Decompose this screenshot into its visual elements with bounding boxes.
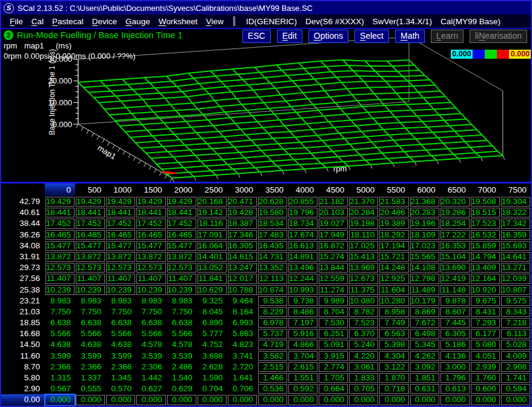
cell-r11-c2[interactable]: 6.638 [105,317,136,328]
cell-r16-c1[interactable]: 1.337 [75,372,105,383]
row-header-25.38[interactable]: 25.38 [1,285,45,296]
cell-r17-c10[interactable]: 0.705 [348,383,379,394]
cell-r17-c9[interactable]: 0.664 [318,383,348,394]
cell-r10-c14[interactable]: 8.431 [470,306,500,317]
cell-r1-c12[interactable]: 20.283 [410,207,440,218]
cell-r12-c2[interactable]: 5.566 [105,328,136,339]
cell-r5-c0[interactable]: 13.872 [45,251,75,262]
cell-r12-c4[interactable]: 5.566 [167,328,197,339]
cell-r18-c11[interactable]: 0.000 [379,394,409,405]
cell-r0-c11[interactable]: 21.583 [379,196,409,207]
cell-r4-c15[interactable]: 15.693 [500,240,531,251]
cell-r11-c4[interactable]: 6.638 [167,317,197,328]
cell-r8-c10[interactable]: 11.375 [348,285,379,296]
cell-r9-c3[interactable]: 8.983 [136,296,166,306]
cell-r15-c3[interactable]: 2.306 [136,362,166,372]
cell-r15-c12[interactable]: 3.092 [410,362,440,372]
cell-r11-c5[interactable]: 6.890 [197,317,227,328]
cell-r7-c9[interactable]: 12.559 [318,273,348,284]
menu-cal[interactable]: Cal [32,17,44,26]
cell-r17-c14[interactable]: 0.600 [470,383,500,394]
cell-r5-c9[interactable]: 15.274 [318,251,348,262]
cell-r8-c6[interactable]: 10.788 [227,285,258,296]
cell-r4-c8[interactable]: 16.613 [288,240,318,251]
col-header-6500[interactable]: 6500 [440,184,470,196]
cell-r1-c1[interactable]: 18.441 [75,207,105,218]
cell-r17-c0[interactable]: 0.567 [45,383,75,394]
cell-r11-c7[interactable]: 6.978 [258,317,288,328]
cell-r12-c3[interactable]: 5.566 [136,328,166,339]
cell-r10-c13[interactable]: 8.607 [440,306,470,317]
row-header-42.79[interactable]: 42.79 [1,196,45,207]
cell-r0-c12[interactable]: 21.368 [410,196,440,207]
cell-r18-c9[interactable]: 0.000 [318,394,348,405]
cell-r12-c10[interactable]: 6.370 [348,328,379,339]
cell-r5-c6[interactable]: 14.615 [227,251,258,262]
row-header-18.85[interactable]: 18.85 [1,317,45,328]
cell-r0-c8[interactable]: 20.855 [288,196,318,207]
row-header-21.03[interactable]: 21.03 [1,306,45,317]
cell-r12-c1[interactable]: 5.566 [75,328,105,339]
cell-r15-c0[interactable]: 2.366 [45,362,75,372]
cell-r2-c14[interactable]: 17.523 [470,218,500,229]
cell-r5-c10[interactable]: 15.413 [348,251,379,262]
cell-r2-c3[interactable]: 17.452 [136,218,166,229]
cell-r3-c0[interactable]: 16.465 [45,230,75,240]
cell-r13-c1[interactable]: 4.638 [75,339,105,350]
col-header-500[interactable]: 500 [75,184,105,196]
cell-r2-c13[interactable]: 18.254 [440,218,470,229]
cell-r14-c4[interactable]: 3.539 [167,351,197,362]
row-header-31.91[interactable]: 31.91 [1,251,45,262]
cell-r3-c6[interactable]: 17.346 [227,230,258,240]
cell-r12-c5[interactable]: 5.777 [197,328,227,339]
cell-r8-c4[interactable]: 10.239 [167,285,197,296]
menu-gauge[interactable]: Gauge [125,17,150,26]
cell-r11-c6[interactable]: 6.993 [227,317,258,328]
cell-r5-c11[interactable]: 15.721 [379,251,409,262]
cell-r1-c5[interactable]: 19.142 [197,207,227,218]
cell-r4-c3[interactable]: 15.477 [136,240,166,251]
cell-r1-c9[interactable]: 20.103 [318,207,348,218]
cell-r17-c6[interactable]: 0.706 [227,383,258,394]
cell-r3-c2[interactable]: 16.465 [105,230,136,240]
cell-r7-c6[interactable]: 12.017 [227,273,258,284]
cell-r15-c9[interactable]: 2.774 [318,362,348,372]
cell-r3-c4[interactable]: 16.465 [167,230,197,240]
cell-r12-c7[interactable]: 5.737 [258,328,288,339]
cell-r10-c1[interactable]: 7.750 [75,306,105,317]
cell-r15-c10[interactable]: 3.061 [348,362,379,372]
cell-r9-c6[interactable]: 9.464 [227,296,258,306]
cell-r11-c3[interactable]: 6.638 [136,317,166,328]
col-header-3000[interactable]: 3000 [227,184,258,196]
cell-r11-c0[interactable]: 6.638 [45,317,75,328]
cell-r0-c15[interactable]: 19.304 [500,196,531,207]
row-header-8.70[interactable]: 8.70 [1,362,45,372]
cell-r4-c2[interactable]: 15.477 [105,240,136,251]
cell-r18-c10[interactable]: 0.000 [348,394,379,405]
cell-r10-c12[interactable]: 8.869 [410,306,440,317]
cell-r16-c7[interactable]: 1.466 [258,372,288,383]
cell-r10-c8[interactable]: 8.486 [288,306,318,317]
cell-r16-c4[interactable]: 1.540 [167,372,197,383]
menu-device[interactable]: Device [92,17,117,26]
button-select[interactable]: Select [354,30,389,43]
cell-r11-c15[interactable]: 7.218 [500,317,531,328]
row-header-2.90[interactable]: 2.90 [1,383,45,394]
cell-r6-c6[interactable]: 13.247 [227,262,258,273]
cell-r13-c6[interactable]: 4.823 [227,339,258,350]
cell-r17-c12[interactable]: 0.631 [410,383,440,394]
cell-r6-c10[interactable]: 13.969 [348,262,379,273]
cell-r9-c10[interactable]: 10.080 [348,296,379,306]
cell-r2-c4[interactable]: 17.452 [167,218,197,229]
cell-r12-c14[interactable]: 6.177 [470,328,500,339]
cell-r17-c7[interactable]: 0.536 [258,383,288,394]
cell-r1-c4[interactable]: 18.441 [167,207,197,218]
cell-r12-c11[interactable]: 6.563 [379,328,409,339]
cell-r10-c11[interactable]: 8.958 [379,306,409,317]
cell-r1-c6[interactable]: 19.428 [227,207,258,218]
cell-r12-c0[interactable]: 5.566 [45,328,75,339]
cell-r5-c5[interactable]: 14.401 [197,251,227,262]
cell-r17-c13[interactable]: 0.613 [440,383,470,394]
button-options[interactable]: Options [308,30,348,43]
cell-r15-c2[interactable]: 2.366 [105,362,136,372]
